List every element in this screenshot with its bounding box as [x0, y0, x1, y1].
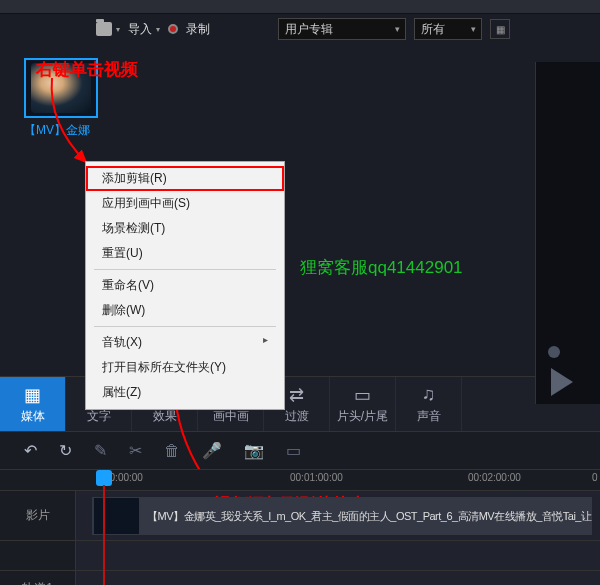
record-icon[interactable]	[168, 24, 178, 34]
track-head-1: 轨道1	[0, 571, 76, 585]
thumbnail-label: 【MV】金娜	[24, 122, 104, 139]
record-label[interactable]: 录制	[186, 21, 210, 38]
track-film: 影片 【MV】金娜英_我没关系_I_m_OK_君主_假面的主人_OST_Part…	[0, 491, 600, 541]
track-head-spacer	[0, 541, 76, 570]
track-1: 轨道1	[0, 571, 600, 585]
intro-icon: ▭	[354, 384, 371, 406]
menu-separator	[94, 326, 276, 327]
menu-open-folder[interactable]: 打开目标所在文件夹(Y)	[86, 355, 284, 380]
clip-label: 【MV】金娜英_我没关系_I_m_OK_君主_假面的主人_OST_Part_6_…	[147, 509, 592, 524]
timeline: 00:00:00 00:01:00:00 00:02:00:00 0 视频添加到…	[0, 469, 600, 585]
ruler-tick: 00:01:00:00	[290, 472, 343, 483]
clip-thumb	[94, 498, 139, 534]
preview-pane	[535, 62, 600, 404]
track-body-film[interactable]: 【MV】金娜英_我没关系_I_m_OK_君主_假面的主人_OST_Part_6_…	[76, 491, 600, 540]
delete-icon[interactable]: 🗑	[164, 442, 180, 460]
import-dropdown-arrow[interactable]: ▾	[116, 25, 120, 34]
media-icon: ▦	[24, 384, 41, 406]
track-body-1[interactable]	[76, 571, 600, 585]
ruler-tick: 0	[592, 472, 598, 483]
ruler-tick: 00:02:00:00	[468, 472, 521, 483]
transition-icon: ⇄	[289, 384, 304, 406]
menu-separator	[94, 269, 276, 270]
undo-icon[interactable]: ↶	[24, 441, 37, 460]
menu-add-clip[interactable]: 添加剪辑(R)	[86, 166, 284, 191]
menu-apply-pip[interactable]: 应用到画中画(S)	[86, 191, 284, 216]
folder-icon[interactable]	[96, 22, 112, 36]
track-spacer	[0, 541, 600, 571]
snapshot-icon[interactable]: 📷	[244, 441, 264, 460]
tab-intro[interactable]: ▭片头/片尾	[330, 377, 396, 431]
annotation-watermark: 狸窝客服qq41442901	[300, 256, 463, 279]
preview-scrubber[interactable]	[548, 346, 560, 358]
redo-icon[interactable]: ↻	[59, 441, 72, 460]
menu-properties[interactable]: 属性(Z)	[86, 380, 284, 405]
view-grid-button[interactable]: ▦	[490, 19, 510, 39]
menu-reset[interactable]: 重置(U)	[86, 241, 284, 266]
annotation-right-click: 右键单击视频	[36, 58, 138, 81]
cut-icon[interactable]: ✂	[129, 441, 142, 460]
menu-scene-detect[interactable]: 场景检测(T)	[86, 216, 284, 241]
menu-rename[interactable]: 重命名(V)	[86, 273, 284, 298]
sound-icon: ♫	[422, 384, 436, 406]
track-body-spacer[interactable]	[76, 541, 600, 570]
filter-select[interactable]: 所有	[414, 18, 482, 40]
edit-icon[interactable]: ✎	[94, 441, 107, 460]
menu-delete[interactable]: 删除(W)	[86, 298, 284, 323]
tab-media[interactable]: ▦媒体	[0, 377, 66, 431]
context-menu: 添加剪辑(R) 应用到画中画(S) 场景检测(T) 重置(U) 重命名(V) 删…	[85, 161, 285, 410]
timeline-toolbar: ↶ ↻ ✎ ✂ 🗑 🎤 📷 ▭	[0, 431, 600, 469]
mic-icon[interactable]: 🎤	[202, 441, 222, 460]
video-clip[interactable]: 【MV】金娜英_我没关系_I_m_OK_君主_假面的主人_OST_Part_6_…	[92, 497, 592, 535]
tab-sound[interactable]: ♫声音	[396, 377, 462, 431]
import-label[interactable]: 导入	[128, 21, 152, 38]
timeline-ruler[interactable]: 00:00:00 00:01:00:00 00:02:00:00 0	[0, 469, 600, 491]
play-button[interactable]	[551, 368, 573, 396]
menu-audio[interactable]: 音轨(X)	[86, 330, 284, 355]
export-icon[interactable]: ▭	[286, 441, 301, 460]
track-head-film: 影片	[0, 491, 76, 540]
album-select[interactable]: 用户专辑	[278, 18, 406, 40]
import-arrow2[interactable]: ▾	[156, 25, 160, 34]
playhead[interactable]	[96, 470, 112, 486]
